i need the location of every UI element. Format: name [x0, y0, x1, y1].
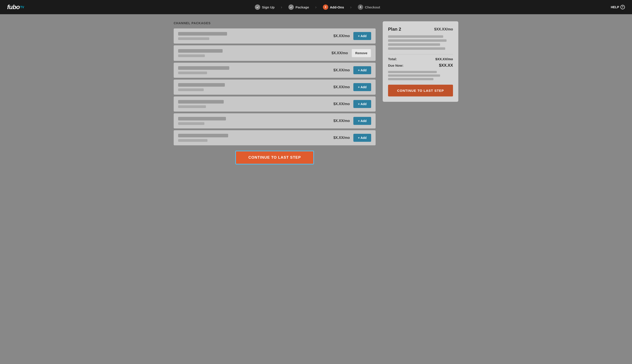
step-sep-1: › — [281, 5, 282, 10]
plan-name: Plan 2 — [388, 27, 401, 32]
add-button[interactable]: + Add — [353, 134, 371, 142]
add-button[interactable]: + Add — [353, 117, 371, 125]
package-name-bar — [178, 117, 226, 120]
total-value: $XX.XX/mo — [435, 57, 453, 61]
package-desc-bar — [178, 122, 204, 125]
step-package-icon — [288, 4, 294, 10]
package-price: $X.XX/mo — [330, 136, 350, 140]
package-price: $X.XX/mo — [330, 68, 350, 72]
continue-sidebar-button[interactable]: CONTINUE TO LAST STEP — [388, 85, 453, 96]
package-row: $X.XX/mo + Add — [174, 63, 376, 78]
app-header: fubo TV Sign Up › Package › — [0, 0, 632, 14]
package-price: $X.XX/mo — [330, 85, 350, 89]
step-package: Package — [288, 4, 309, 10]
package-name-bar — [178, 100, 224, 104]
remove-button[interactable]: Remove — [352, 49, 371, 57]
package-desc-bar — [178, 105, 206, 108]
package-price: $X.XX/mo — [330, 34, 350, 38]
logo-tv: TV — [20, 5, 24, 9]
step-signup-label: Sign Up — [262, 5, 275, 9]
package-info — [178, 100, 326, 108]
help-button[interactable]: HELP ? — [611, 5, 625, 9]
package-name-bar — [178, 32, 227, 36]
total-label: Total: — [388, 57, 397, 61]
summary-desc-bars — [388, 35, 453, 50]
step-signup: Sign Up — [255, 4, 275, 10]
package-row: $X.XX/mo Remove — [174, 45, 376, 61]
package-price: $X.XX/mo — [330, 102, 350, 106]
package-info — [178, 32, 326, 40]
package-name-bar — [178, 49, 223, 53]
step-sep-3: › — [350, 5, 352, 10]
package-price: $X.XX/mo — [328, 51, 348, 55]
logo: fubo TV — [7, 4, 24, 11]
summary-note-bars — [388, 71, 453, 80]
step-checkout: 4 Checkout — [358, 4, 380, 10]
right-panel: Plan 2 $XX.XX/mo Total: $XX.XX/mo Due No… — [383, 21, 458, 173]
step-sep-2: › — [315, 5, 317, 10]
section-title: CHANNEL PACKAGES — [174, 21, 376, 25]
continue-bottom-button[interactable]: CONTINUE TO LAST STEP — [235, 151, 314, 164]
package-name-bar — [178, 66, 229, 70]
step-addons-label: Add-Ons — [330, 5, 344, 9]
package-desc-bar — [178, 88, 204, 91]
desc-bar — [388, 43, 440, 46]
package-row: $X.XX/mo + Add — [174, 113, 376, 128]
package-info — [178, 83, 326, 91]
help-label: HELP — [611, 5, 619, 9]
help-icon: ? — [620, 5, 625, 9]
summary-divider — [388, 54, 453, 54]
step-addons: 3 Add-Ons — [323, 4, 344, 10]
step-checkout-label: Checkout — [365, 5, 380, 9]
package-price: $X.XX/mo — [330, 119, 350, 123]
package-info — [178, 117, 326, 125]
add-button[interactable]: + Add — [353, 83, 371, 91]
note-bar — [388, 71, 437, 73]
due-now-value: $XX.XX — [439, 63, 453, 68]
summary-header: Plan 2 $XX.XX/mo — [388, 27, 453, 32]
add-button[interactable]: + Add — [353, 100, 371, 108]
add-button[interactable]: + Add — [353, 66, 371, 74]
package-row: $X.XX/mo + Add — [174, 80, 376, 95]
summary-card: Plan 2 $XX.XX/mo Total: $XX.XX/mo Due No… — [383, 21, 458, 102]
step-addons-icon: 3 — [323, 4, 328, 10]
total-row: Total: $XX.XX/mo — [388, 57, 453, 61]
left-panel: CHANNEL PACKAGES $X.XX/mo + Add $X.XX/mo… — [174, 21, 376, 173]
due-now-row: Due Now: $XX.XX — [388, 63, 453, 68]
package-info — [178, 49, 324, 57]
steps-nav: Sign Up › Package › 3 Add-Ons › 4 — [255, 4, 380, 10]
desc-bar — [388, 35, 443, 38]
package-row: $X.XX/mo + Add — [174, 96, 376, 112]
add-button[interactable]: + Add — [353, 32, 371, 40]
step-package-label: Package — [296, 5, 309, 9]
plan-price: $XX.XX/mo — [434, 27, 453, 31]
package-desc-bar — [178, 139, 208, 142]
package-desc-bar — [178, 72, 207, 74]
main-content: CHANNEL PACKAGES $X.XX/mo + Add $X.XX/mo… — [160, 14, 472, 180]
package-row: $X.XX/mo + Add — [174, 130, 376, 145]
note-bar — [388, 74, 440, 77]
package-desc-bar — [178, 54, 205, 57]
logo-text: fubo — [7, 4, 20, 11]
package-name-bar — [178, 134, 228, 137]
step-signup-icon — [255, 4, 260, 10]
package-row: $X.XX/mo + Add — [174, 28, 376, 44]
package-info — [178, 66, 326, 74]
desc-bar — [388, 39, 446, 42]
package-desc-bar — [178, 37, 209, 40]
due-now-label: Due Now: — [388, 64, 403, 67]
package-info — [178, 134, 326, 142]
desc-bar — [388, 47, 445, 50]
note-bar — [388, 78, 433, 80]
step-checkout-icon: 4 — [358, 4, 363, 10]
package-name-bar — [178, 83, 225, 87]
bottom-bar: CONTINUE TO LAST STEP — [174, 145, 376, 173]
package-list: $X.XX/mo + Add $X.XX/mo Remove $X.XX/mo — [174, 28, 376, 145]
